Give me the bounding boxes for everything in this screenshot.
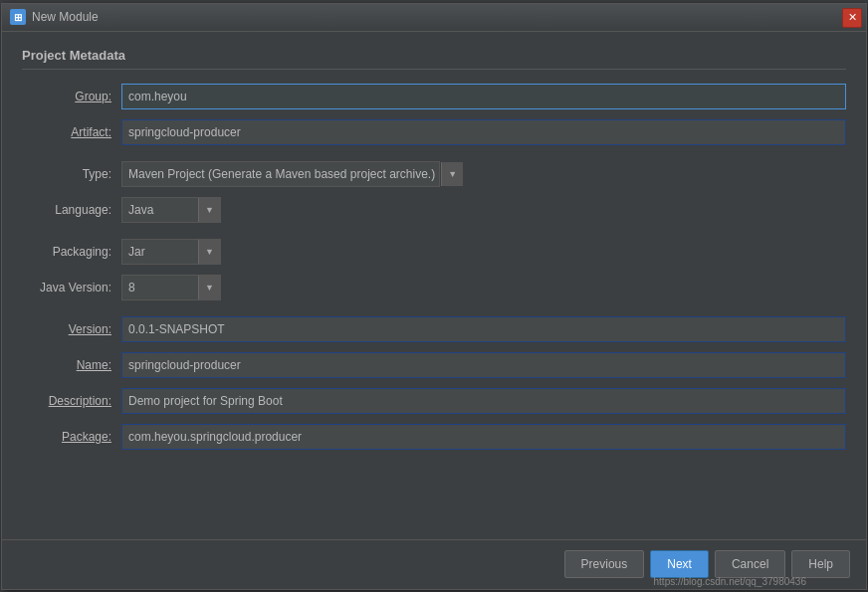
version-label: Version: (22, 322, 121, 336)
window-title: New Module (32, 10, 99, 24)
content-area: Project Metadata Group: Artifact: Type: … (2, 32, 866, 539)
java-version-select[interactable]: 8 ▼ (121, 275, 221, 300)
java-version-select-text: 8 (122, 279, 198, 296)
section-title: Project Metadata (22, 48, 846, 70)
title-bar: ⊞ New Module ✕ (2, 4, 866, 32)
java-version-select-arrow[interactable]: ▼ (198, 276, 220, 299)
packaging-select-text: Jar (122, 243, 198, 261)
java-version-label: Java Version: (22, 281, 121, 295)
help-button[interactable]: Help (791, 550, 850, 578)
type-select-text: Maven Project (Generate a Maven based pr… (122, 165, 441, 183)
name-row: Name: (22, 352, 846, 378)
cancel-button[interactable]: Cancel (715, 550, 785, 578)
group-row: Group: (22, 84, 846, 109)
watermark-text: https://blog.csdn.net/qq_37980436 (654, 576, 806, 587)
description-input[interactable] (121, 388, 846, 414)
description-row: Description: (22, 388, 846, 414)
packaging-select-arrow[interactable]: ▼ (198, 240, 220, 264)
package-input[interactable] (121, 424, 846, 450)
group-label: Group: (22, 90, 121, 103)
language-select[interactable]: Java ▼ (121, 197, 221, 223)
name-input[interactable] (121, 352, 846, 378)
language-select-text: Java (122, 201, 198, 219)
type-select[interactable]: Maven Project (Generate a Maven based pr… (121, 161, 440, 187)
language-label: Language: (22, 203, 121, 217)
language-select-arrow[interactable]: ▼ (198, 198, 220, 222)
type-row: Type: Maven Project (Generate a Maven ba… (22, 161, 846, 187)
java-version-row: Java Version: 8 ▼ (22, 275, 846, 300)
language-row: Language: Java ▼ (22, 197, 846, 223)
close-button[interactable]: ✕ (842, 8, 862, 28)
type-select-arrow[interactable]: ▼ (441, 162, 463, 186)
next-button[interactable]: Next (650, 550, 709, 578)
version-row: Version: (22, 316, 846, 342)
package-row: Package: (22, 424, 846, 450)
type-label: Type: (22, 167, 121, 181)
version-input[interactable] (121, 316, 846, 342)
description-label: Description: (22, 394, 121, 408)
packaging-select[interactable]: Jar ▼ (121, 239, 221, 265)
artifact-label: Artifact: (22, 125, 121, 139)
packaging-row: Packaging: Jar ▼ (22, 239, 846, 265)
group-input[interactable] (121, 84, 846, 109)
new-module-window: ⊞ New Module ✕ Project Metadata Group: A… (1, 3, 867, 590)
footer: Previous Next Cancel Help https://blog.c… (2, 539, 866, 589)
window-icon: ⊞ (10, 9, 26, 25)
artifact-row: Artifact: (22, 119, 846, 145)
name-label: Name: (22, 358, 121, 372)
artifact-input[interactable] (121, 119, 846, 145)
previous-button[interactable]: Previous (564, 550, 645, 578)
packaging-label: Packaging: (22, 245, 121, 259)
package-label: Package: (22, 430, 121, 444)
